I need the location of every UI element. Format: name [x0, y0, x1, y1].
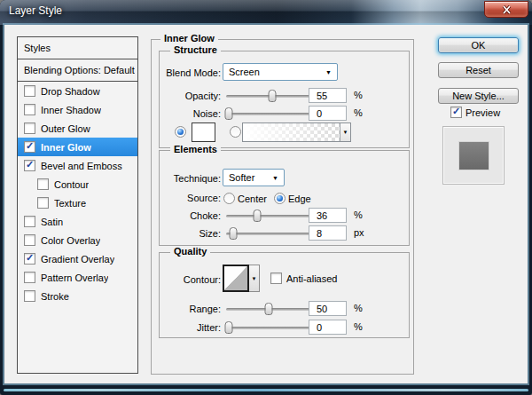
range-row: Range: %	[152, 300, 369, 318]
style-item-texture[interactable]: ✓Texture	[18, 194, 137, 212]
jitter-slider[interactable]	[226, 327, 309, 329]
range-unit: %	[354, 303, 363, 313]
style-item-pattern-overlay[interactable]: ✓Pattern Overlay	[18, 268, 137, 287]
technique-dropdown[interactable]: Softer ▼	[223, 169, 285, 186]
chevron-down-icon: ▼	[272, 175, 278, 181]
styles-header-blending-options-default[interactable]: Blending Options: Default	[18, 59, 137, 82]
reset-button[interactable]: Reset	[438, 62, 519, 78]
style-enable-checkbox[interactable]: ✓	[24, 160, 35, 171]
style-item-inner-glow[interactable]: ✓Inner Glow	[18, 138, 137, 156]
style-enable-checkbox[interactable]: ✓	[24, 290, 35, 302]
choke-input[interactable]	[309, 208, 347, 223]
gradient-picker[interactable]: ▼	[242, 122, 351, 142]
styles-header-styles[interactable]: Styles	[18, 37, 137, 59]
choke-slider[interactable]	[226, 215, 309, 217]
opacity-slider-thumb[interactable]	[268, 90, 276, 102]
opacity-unit: %	[354, 90, 363, 100]
jitter-unit: %	[354, 321, 363, 332]
preview-thumbnail	[442, 126, 505, 185]
range-slider[interactable]	[226, 308, 309, 311]
preview-row: ✓ Preview	[450, 107, 500, 118]
size-slider-thumb[interactable]	[230, 227, 238, 240]
style-item-label: Color Overlay	[41, 235, 100, 246]
style-item-satin[interactable]: ✓Satin	[18, 212, 137, 231]
size-slider[interactable]	[226, 233, 309, 235]
jitter-slider-thumb[interactable]	[224, 321, 232, 334]
style-enable-checkbox[interactable]: ✓	[24, 216, 35, 227]
style-item-label: Pattern Overlay	[41, 273, 108, 283]
choke-slider-thumb[interactable]	[253, 209, 261, 222]
size-label: Size:	[152, 225, 221, 242]
source-label: Source:	[152, 189, 221, 207]
close-icon	[502, 5, 512, 14]
radio-dot	[277, 195, 283, 201]
gradient-dropdown-button[interactable]: ▼	[340, 123, 350, 141]
style-item-label: Blending Options: Default	[24, 65, 135, 75]
style-enable-checkbox[interactable]: ✓	[24, 122, 35, 134]
noise-slider[interactable]	[226, 113, 309, 115]
style-item-label: Inner Glow	[41, 142, 91, 153]
style-item-stroke[interactable]: ✓Stroke	[18, 287, 137, 305]
gradient-preview	[243, 123, 340, 141]
style-item-label: Texture	[54, 198, 86, 209]
preview-checkbox[interactable]: ✓	[450, 107, 462, 118]
anti-aliased-label[interactable]: Anti-aliased	[286, 273, 337, 285]
choke-unit: %	[354, 209, 363, 220]
chevron-down-icon: ▼	[343, 130, 348, 135]
noise-input[interactable]	[309, 106, 347, 121]
contour-dropdown-button[interactable]: ▼	[249, 265, 260, 292]
jitter-input[interactable]	[309, 320, 347, 335]
style-enable-checkbox[interactable]: ✓	[24, 104, 35, 115]
gradient-radio[interactable]	[230, 126, 241, 138]
style-item-bevel-and-emboss[interactable]: ✓Bevel and Emboss	[18, 156, 137, 175]
ok-button[interactable]: OK	[438, 37, 519, 53]
style-enable-checkbox[interactable]: ✓	[24, 85, 35, 97]
style-enable-checkbox[interactable]: ✓	[24, 272, 35, 283]
titlebar[interactable]: Layer Style	[0, 0, 532, 25]
source-center-label[interactable]: Center	[238, 193, 267, 205]
range-input[interactable]	[309, 301, 347, 316]
quality-legend: Quality	[170, 246, 210, 257]
blend-mode-dropdown[interactable]: Screen ▼	[223, 63, 338, 81]
source-edge-label[interactable]: Edge	[288, 193, 311, 205]
choke-row: Choke: %	[152, 207, 369, 225]
opacity-input[interactable]	[309, 88, 347, 103]
check-icon: ✓	[26, 253, 34, 263]
noise-slider-thumb[interactable]	[224, 107, 232, 120]
elements-legend: Elements	[170, 144, 221, 154]
size-input[interactable]	[309, 225, 347, 241]
new-style-button[interactable]: New Style...	[438, 88, 519, 104]
style-enable-checkbox[interactable]: ✓	[37, 178, 49, 190]
styles-list: StylesBlending Options: Default✓Drop Sha…	[17, 36, 138, 374]
style-item-color-overlay[interactable]: ✓Color Overlay	[18, 231, 137, 249]
preview-label[interactable]: Preview	[466, 107, 500, 118]
inner-glow-panel: Inner Glow Structure Blend Mode: Screen …	[151, 39, 414, 375]
source-edge-radio[interactable]	[274, 193, 286, 204]
style-item-label: Drop Shadow	[41, 86, 100, 97]
color-radio[interactable]	[175, 126, 186, 138]
style-enable-checkbox[interactable]: ✓	[24, 141, 35, 153]
noise-label: Noise:	[152, 105, 221, 122]
style-item-outer-glow[interactable]: ✓Outer Glow	[18, 119, 137, 138]
structure-legend: Structure	[170, 44, 221, 55]
opacity-slider[interactable]	[226, 95, 309, 98]
style-enable-checkbox[interactable]: ✓	[37, 197, 49, 209]
style-enable-checkbox[interactable]: ✓	[24, 253, 35, 265]
noise-unit: %	[354, 107, 363, 118]
style-enable-checkbox[interactable]: ✓	[24, 234, 35, 246]
style-item-label: Stroke	[41, 291, 69, 302]
choke-label: Choke:	[152, 207, 221, 225]
range-slider-thumb[interactable]	[264, 303, 272, 315]
style-item-drop-shadow[interactable]: ✓Drop Shadow	[18, 82, 137, 100]
chevron-down-icon: ▼	[252, 276, 257, 281]
glow-color-swatch[interactable]	[192, 122, 215, 142]
style-item-contour[interactable]: ✓Contour	[18, 175, 137, 194]
source-center-radio[interactable]	[223, 193, 235, 204]
style-item-gradient-overlay[interactable]: ✓Gradient Overlay	[18, 249, 137, 268]
contour-swatch[interactable]	[223, 265, 249, 292]
close-button[interactable]	[484, 1, 528, 18]
panel-title: Inner Glow	[160, 33, 218, 43]
opacity-label: Opacity:	[152, 87, 221, 105]
style-item-inner-shadow[interactable]: ✓Inner Shadow	[18, 100, 137, 119]
anti-aliased-checkbox[interactable]: ✓	[270, 273, 282, 284]
